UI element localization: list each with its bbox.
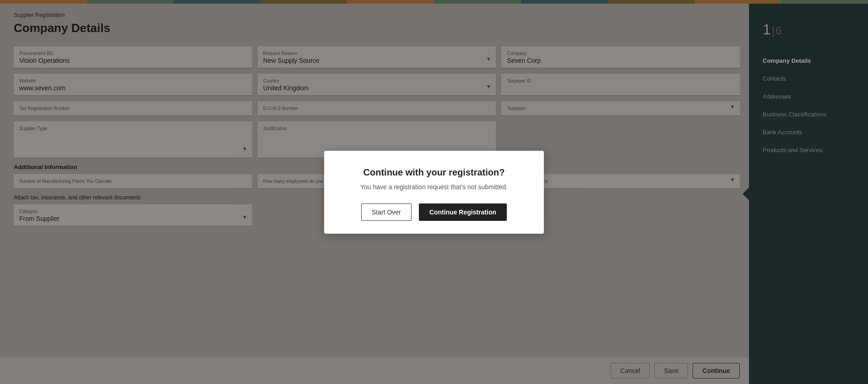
modal-title: Continue with your registration? bbox=[342, 167, 526, 178]
start-over-button[interactable]: Start Over bbox=[361, 203, 412, 221]
modal-description: You have a registration request that's n… bbox=[342, 183, 526, 191]
modal-buttons: Start Over Continue Registration bbox=[342, 203, 526, 221]
modal-overlay: Continue with your registration? You hav… bbox=[0, 0, 868, 384]
continue-registration-button[interactable]: Continue Registration bbox=[419, 203, 507, 221]
modal-box: Continue with your registration? You hav… bbox=[324, 151, 544, 234]
